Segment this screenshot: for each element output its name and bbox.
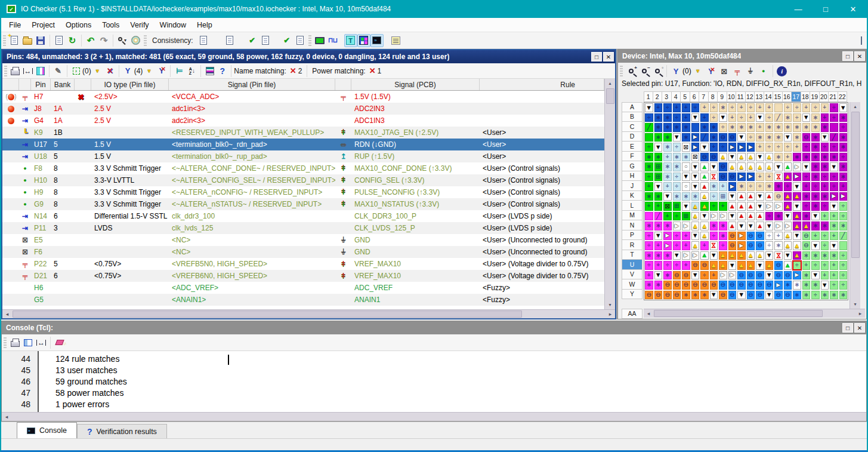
grid-cell-y2[interactable]: ⊖ (654, 290, 663, 300)
maximize-button[interactable]: □ (812, 0, 839, 18)
grid-cell-m14[interactable]: ÷ (765, 211, 774, 222)
grid-cell-m3[interactable]: + (663, 211, 672, 222)
grid-cell-e1[interactable]: ÷ (644, 142, 654, 152)
scroll-left-icon[interactable]: ◂ (2, 414, 11, 420)
open-project-button[interactable] (21, 34, 34, 47)
grid-cell-f21[interactable]: ∗ (829, 152, 839, 162)
grid-cell-p18[interactable]: ⊖ (802, 231, 811, 241)
column-header-pin[interactable]: Pin (31, 79, 51, 90)
console-horizontal-scrollbar[interactable]: ◂ (2, 412, 866, 421)
grid-cell-a3[interactable]: ÷ (663, 103, 672, 113)
verify-pcb-button[interactable]: ✔ (280, 34, 294, 47)
grid-cell-f2[interactable]: ∗ (654, 152, 663, 162)
grid-cell-v16[interactable]: ⊖ (783, 270, 793, 281)
grid-cell-f6[interactable]: ⊠ (691, 152, 700, 162)
grid-cell-w4[interactable]: ⊖ (672, 280, 682, 290)
grid-cell-u21[interactable]: + (829, 260, 839, 270)
column-header-blank[interactable] (335, 79, 351, 90)
grid-cell-t16[interactable]: ▼ (783, 251, 793, 261)
grid-cell-f19[interactable]: ∗ (811, 152, 820, 162)
grid-cell-w17[interactable]: ∗ (792, 280, 802, 290)
pins-table-row[interactable]: ●H983.3 V Schmitt Trigger<~ALTERA_nCONFI… (2, 186, 604, 198)
grid-cell-h16[interactable]: ▲ (783, 172, 793, 182)
grid-cell-g17[interactable]: ▶ (792, 162, 802, 172)
reload-button[interactable]: ↻ (66, 34, 79, 47)
scroll-up-icon[interactable]: ▴ (605, 79, 615, 88)
grid-cell-h9[interactable]: ⊖ (718, 172, 728, 182)
grid-cell-j11[interactable]: ∗ (737, 182, 746, 192)
grid-cell-c4[interactable]: ∗ (672, 122, 682, 133)
grid-cell-c10[interactable]: ∗ (728, 122, 737, 133)
grid-cell-p16[interactable]: ▲ (783, 231, 793, 241)
grid-cell-p7[interactable]: ▲ (700, 231, 709, 241)
export-results-button[interactable] (294, 34, 307, 47)
grid-cell-r6[interactable]: ▲ (691, 241, 700, 251)
grid-cell-p9[interactable]: ∗ (718, 231, 728, 241)
table-mode-button[interactable] (34, 64, 47, 77)
grid-row-label-w[interactable]: W (622, 279, 642, 290)
grid-cell-j1[interactable]: + (644, 182, 654, 192)
grid-column-header-21[interactable]: 21 (829, 91, 838, 102)
pins-table-row[interactable]: ●H1083.3-V LVTTL<~ALTERA_CONFIG_SEL~ / R… (2, 174, 604, 186)
pins-table-row[interactable]: ╤H7✖<2.5V><VCCA_ADC>╤1.5V (1.5V) (2, 91, 604, 103)
grid-cell-v1[interactable]: + (644, 270, 654, 281)
grid-cell-w2[interactable]: ∗ (654, 280, 663, 290)
grid-column-header-16[interactable]: 16 (783, 91, 792, 102)
grid-cell-g15[interactable]: ▼ (774, 162, 783, 172)
grid-cell-k1[interactable]: ∗ (644, 192, 654, 202)
mark-ok-button[interactable]: ● (757, 64, 770, 78)
grid-column-header-12[interactable]: 12 (746, 91, 755, 102)
grid-cell-e15[interactable]: ÷ (774, 142, 783, 152)
grid-cell-e10[interactable]: ▶ (728, 142, 737, 152)
save-project-button[interactable] (34, 34, 47, 47)
grid-cell-t17[interactable]: ▲ (792, 251, 802, 261)
device-wire-dropdown[interactable]: ▼ (691, 64, 705, 78)
grid-cell-t15[interactable]: ⋈ (774, 251, 783, 261)
grid-cell-f18[interactable]: ∗ (802, 152, 811, 162)
device-wire-button[interactable]: Y (669, 64, 682, 78)
grid-cell-c20[interactable]: ∗ (820, 122, 830, 133)
grid-cell-y11[interactable]: ▼ (737, 290, 746, 300)
grid-cell-u20[interactable]: ÷ (820, 260, 830, 270)
grid-cell-c15[interactable]: ∗ (774, 122, 783, 133)
grid-cell-n22[interactable]: ∗ (839, 221, 848, 231)
grid-cell-v15[interactable]: ⊖ (774, 270, 783, 281)
grid-cell-e9[interactable]: ÷ (718, 142, 728, 152)
grid-cell-m16[interactable]: ▼ (783, 211, 793, 222)
grid-cell-d4[interactable]: ▼ (672, 133, 682, 143)
grid-cell-p20[interactable]: ÷ (820, 231, 830, 241)
grid-cell-y5[interactable]: ∗ (681, 290, 691, 300)
grid-cell-a9[interactable]: ∗ (718, 103, 728, 113)
grid-cell-v20[interactable]: + (820, 270, 830, 281)
grid-cell-l2[interactable]: + (654, 201, 663, 211)
grid-cell-m10[interactable]: ▼ (728, 211, 737, 222)
grid-cell-n11[interactable]: ▼ (737, 221, 746, 231)
grid-cell-a19[interactable]: ÷ (811, 103, 820, 113)
grid-cell-j18[interactable]: + (802, 182, 811, 192)
grid-cell-h12[interactable]: ▶ (746, 172, 756, 182)
grid-cell-e4[interactable]: ÷ (672, 142, 682, 152)
grid-cell-b14[interactable]: ÷ (765, 113, 774, 123)
pins-horizontal-scrollbar[interactable]: ◂ ▸ (2, 309, 615, 318)
grid-cell-h4[interactable]: ÷ (672, 172, 682, 182)
grid-cell-u16[interactable]: ▲ (783, 260, 793, 270)
grid-cell-t18[interactable]: ∗ (802, 251, 811, 261)
grid-cell-a14[interactable]: + (765, 103, 774, 113)
grid-cell-b13[interactable]: ▼ (755, 113, 765, 123)
grid-cell-y13[interactable]: ⊖ (755, 290, 765, 300)
pins-view-toggle[interactable]: T (344, 34, 357, 47)
grid-cell-g14[interactable]: ▲ (765, 162, 774, 172)
grid-cell-k17[interactable]: ▲ (792, 192, 802, 202)
grid-cell-p10[interactable]: ⊖ (728, 231, 737, 241)
grid-cell-h14[interactable]: + (765, 172, 774, 182)
grid-cell-c3[interactable]: ∗ (663, 122, 672, 133)
grid-cell-g10[interactable]: ▲ (728, 162, 737, 172)
grid-cell-n6[interactable]: ▲ (691, 221, 700, 231)
pins-table-row[interactable]: ╤D216<0.75V><VREFB6N0, HIGH_SPEED>ǂVREF_… (2, 270, 604, 282)
grid-cell-b1[interactable]: ÷ (644, 113, 654, 123)
grid-cell-g22[interactable]: ∗ (839, 162, 848, 172)
grid-cell-r13[interactable]: ⊖ (755, 241, 765, 251)
grid-cell-a18[interactable]: + (802, 103, 811, 113)
new-project-button[interactable] (8, 34, 21, 47)
grid-cell-j14[interactable]: ∗ (765, 182, 774, 192)
